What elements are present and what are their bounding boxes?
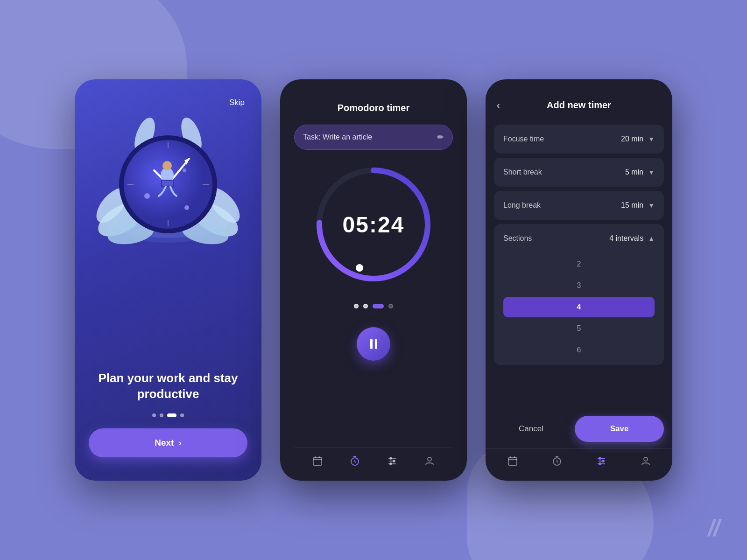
focus-time-value-group: 20 min ▼ [621,135,655,143]
onboarding-screen: Skip [75,79,261,481]
svg-point-24 [162,161,172,170]
dot-1 [152,413,156,417]
long-break-value: 15 min [621,201,643,210]
section-option-3[interactable]: 3 [503,275,655,296]
next-arrow: › [178,438,181,448]
sections-value: 4 intervals [609,234,643,243]
screen3-header: ‹ Add new timer [486,79,672,120]
pagination-dots [152,413,184,417]
svg-point-22 [183,168,186,172]
bottom-navigation-2 [294,448,453,467]
onboarding-illustration [93,98,243,257]
clock-illustration-svg [93,98,243,257]
progress-dot-2 [363,304,368,308]
long-break-label: Long break [503,201,541,210]
pomodoro-title: Pomodoro timer [338,103,409,113]
focus-time-value: 20 min [621,135,643,143]
svg-point-55 [644,457,648,461]
sections-label: Sections [503,234,532,243]
nav3-calendar[interactable] [507,455,518,467]
task-bar[interactable]: Task: Write an article ✏ [294,125,453,150]
timer-display: 05:24 [343,212,405,238]
section-option-5[interactable]: 5 [503,318,655,339]
dot-3 [167,413,176,417]
short-break-chevron-icon: ▼ [648,168,655,176]
pomodoro-screen: Pomodoro timer Task: Write an article ✏ … [280,79,467,481]
svg-rect-26 [162,181,173,186]
focus-chevron-icon: ▼ [648,135,655,143]
sections-chevron-icon: ▲ [648,235,655,242]
nav-timer[interactable] [349,455,360,467]
skip-button[interactable]: Skip [229,98,245,107]
next-label: Next [155,438,174,448]
short-break-value: 5 min [625,168,643,176]
sections-value-group: 4 intervals ▲ [609,234,655,243]
svg-point-39 [390,457,392,459]
task-text: Task: Write an article [303,133,372,141]
nav3-settings[interactable] [596,455,607,467]
short-break-label: Short break [503,168,542,176]
nav-settings[interactable] [387,455,398,467]
progress-dot-1 [354,304,359,308]
dot-2 [160,413,163,417]
pause-button[interactable] [357,327,390,361]
sections-options-list: 2 3 4 5 6 [503,254,655,365]
screen3-footer: Cancel Save [486,408,672,448]
short-break-row[interactable]: Short break 5 min ▼ [494,158,664,187]
nav-calendar[interactable] [312,455,323,467]
short-break-value-group: 5 min ▼ [625,168,655,176]
progress-dot-3 [373,304,384,308]
focus-time-label: Focuse time [503,135,544,143]
next-button[interactable]: Next › [89,428,247,457]
svg-point-41 [390,463,392,465]
add-timer-screen: ‹ Add new timer Focuse time 20 min ▼ Sho… [486,79,672,481]
nav3-profile[interactable] [640,455,651,467]
dot-4 [180,413,184,417]
nav-profile[interactable] [424,455,435,467]
progress-dot-4 [388,304,393,308]
sections-header: Sections 4 intervals ▲ [503,224,655,253]
nav3-timer[interactable] [551,455,563,467]
timer-container: 05:24 [313,164,434,285]
svg-point-53 [602,460,604,462]
section-option-4[interactable]: 4 [503,297,655,317]
save-button[interactable]: Save [575,416,664,442]
svg-point-54 [599,463,601,465]
pause-icon [370,339,377,349]
cancel-button[interactable]: Cancel [494,416,568,442]
long-break-value-group: 15 min ▼ [621,201,655,210]
section-option-2[interactable]: 2 [503,254,655,274]
timer-settings-list: Focuse time 20 min ▼ Short break 5 min ▼… [486,120,672,408]
edit-icon[interactable]: ✏ [437,132,444,142]
svg-point-40 [393,460,395,462]
back-button[interactable]: ‹ [497,100,500,111]
svg-point-20 [144,193,150,199]
screens-container: Skip [75,79,672,481]
long-break-row[interactable]: Long break 15 min ▼ [494,191,664,220]
long-break-chevron-icon: ▼ [648,202,655,209]
svg-point-42 [428,457,431,461]
svg-point-21 [184,205,189,210]
svg-rect-30 [313,457,322,465]
progress-indicator [354,304,393,308]
svg-point-29 [356,264,363,272]
focus-time-row[interactable]: Focuse time 20 min ▼ [494,125,664,154]
sections-row[interactable]: Sections 4 intervals ▲ 2 3 4 5 6 [494,224,664,365]
onboarding-title: Plan your work and stay productive [89,366,247,402]
svg-point-52 [599,457,601,459]
add-timer-title: Add new timer [547,100,611,111]
svg-rect-43 [508,457,517,465]
section-option-6[interactable]: 6 [503,340,655,360]
watermark: // [708,514,719,541]
bottom-navigation-3 [486,448,672,471]
